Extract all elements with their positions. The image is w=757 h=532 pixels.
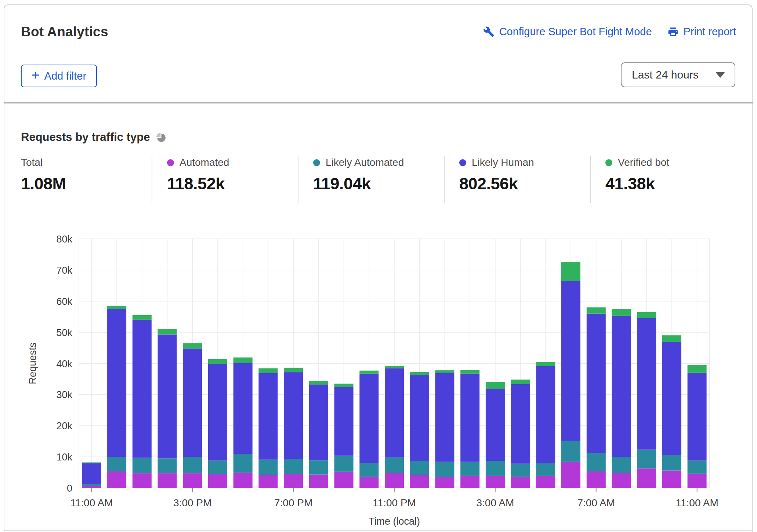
likely-automated-bar-segment[interactable] <box>612 457 631 473</box>
add-filter-button[interactable]: + Add filter <box>21 65 97 87</box>
automated-bar-segment[interactable] <box>511 477 530 488</box>
likely-automated-bar-segment[interactable] <box>435 462 454 477</box>
likely-automated-bar-segment[interactable] <box>208 460 227 474</box>
print-report-link[interactable]: Print report <box>667 26 736 38</box>
automated-bar-segment[interactable] <box>637 469 656 488</box>
likely-automated-bar-segment[interactable] <box>183 457 202 473</box>
verified-bot-bar-segment[interactable] <box>460 370 479 374</box>
verified-bot-bar-segment[interactable] <box>561 262 580 281</box>
likely-automated-bar-segment[interactable] <box>662 455 681 471</box>
likely-human-bar-segment[interactable] <box>107 309 126 457</box>
likely-human-bar-segment[interactable] <box>561 281 580 441</box>
likely-automated-bar-segment[interactable] <box>536 463 555 476</box>
automated-bar-segment[interactable] <box>82 486 101 488</box>
automated-bar-segment[interactable] <box>258 475 278 488</box>
automated-bar-segment[interactable] <box>183 473 202 488</box>
likely-human-bar-segment[interactable] <box>284 372 303 459</box>
likely-human-bar-segment[interactable] <box>183 349 202 457</box>
verified-bot-bar-segment[interactable] <box>637 312 656 318</box>
automated-bar-segment[interactable] <box>561 462 580 488</box>
likely-human-bar-segment[interactable] <box>637 318 656 450</box>
automated-bar-segment[interactable] <box>688 474 707 488</box>
likely-automated-bar-segment[interactable] <box>309 460 328 475</box>
automated-bar-segment[interactable] <box>208 474 227 488</box>
automated-bar-segment[interactable] <box>460 476 479 488</box>
verified-bot-bar-segment[interactable] <box>587 307 606 314</box>
likely-human-bar-segment[interactable] <box>511 384 530 464</box>
automated-bar-segment[interactable] <box>309 475 328 488</box>
likely-human-bar-segment[interactable] <box>460 374 479 462</box>
automated-bar-segment[interactable] <box>612 473 631 488</box>
automated-bar-segment[interactable] <box>536 476 555 488</box>
automated-bar-segment[interactable] <box>284 474 303 488</box>
likely-human-bar-segment[interactable] <box>359 374 378 463</box>
likely-human-bar-segment[interactable] <box>486 389 505 461</box>
likely-automated-bar-segment[interactable] <box>158 458 177 473</box>
verified-bot-bar-segment[interactable] <box>385 366 404 368</box>
likely-automated-bar-segment[interactable] <box>334 456 354 472</box>
verified-bot-bar-segment[interactable] <box>107 306 126 309</box>
verified-bot-bar-segment[interactable] <box>183 343 202 348</box>
automated-bar-segment[interactable] <box>107 471 126 488</box>
likely-human-bar-segment[interactable] <box>233 363 253 454</box>
likely-automated-bar-segment[interactable] <box>82 484 101 486</box>
likely-human-bar-segment[interactable] <box>688 373 707 460</box>
verified-bot-bar-segment[interactable] <box>435 370 454 373</box>
likely-automated-bar-segment[interactable] <box>133 458 152 473</box>
automated-bar-segment[interactable] <box>587 471 606 488</box>
likely-automated-bar-segment[interactable] <box>486 461 505 476</box>
likely-automated-bar-segment[interactable] <box>460 462 479 476</box>
likely-human-bar-segment[interactable] <box>587 314 606 453</box>
automated-bar-segment[interactable] <box>359 477 378 488</box>
likely-automated-bar-segment[interactable] <box>511 464 530 477</box>
verified-bot-bar-segment[interactable] <box>309 381 328 385</box>
verified-bot-bar-segment[interactable] <box>233 357 253 363</box>
automated-bar-segment[interactable] <box>158 473 177 488</box>
likely-automated-bar-segment[interactable] <box>637 450 656 469</box>
likely-human-bar-segment[interactable] <box>258 373 278 460</box>
likely-automated-bar-segment[interactable] <box>284 459 303 474</box>
likely-automated-bar-segment[interactable] <box>359 463 378 477</box>
likely-automated-bar-segment[interactable] <box>410 461 429 475</box>
verified-bot-bar-segment[interactable] <box>359 371 378 374</box>
verified-bot-bar-segment[interactable] <box>410 372 429 375</box>
likely-human-bar-segment[interactable] <box>612 316 631 457</box>
verified-bot-bar-segment[interactable] <box>284 368 303 372</box>
likely-automated-bar-segment[interactable] <box>258 460 278 475</box>
verified-bot-bar-segment[interactable] <box>536 362 555 366</box>
likely-human-bar-segment[interactable] <box>385 368 404 458</box>
time-range-select[interactable]: Last 24 hours <box>621 62 735 87</box>
likely-human-bar-segment[interactable] <box>133 320 152 458</box>
automated-bar-segment[interactable] <box>133 473 152 488</box>
verified-bot-bar-segment[interactable] <box>82 462 101 463</box>
likely-human-bar-segment[interactable] <box>309 385 328 460</box>
verified-bot-bar-segment[interactable] <box>208 359 227 364</box>
likely-human-bar-segment[interactable] <box>334 387 354 456</box>
likely-automated-bar-segment[interactable] <box>107 457 126 471</box>
likely-human-bar-segment[interactable] <box>536 366 555 463</box>
automated-bar-segment[interactable] <box>662 471 681 488</box>
verified-bot-bar-segment[interactable] <box>258 368 278 373</box>
verified-bot-bar-segment[interactable] <box>486 382 505 389</box>
likely-human-bar-segment[interactable] <box>208 364 227 460</box>
automated-bar-segment[interactable] <box>410 475 429 488</box>
verified-bot-bar-segment[interactable] <box>511 380 530 384</box>
likely-human-bar-segment[interactable] <box>82 463 101 484</box>
verified-bot-bar-segment[interactable] <box>662 335 681 342</box>
automated-bar-segment[interactable] <box>435 477 454 488</box>
likely-human-bar-segment[interactable] <box>158 335 177 459</box>
verified-bot-bar-segment[interactable] <box>612 309 631 316</box>
automated-bar-segment[interactable] <box>233 473 253 488</box>
automated-bar-segment[interactable] <box>486 476 505 488</box>
likely-human-bar-segment[interactable] <box>662 342 681 455</box>
likely-automated-bar-segment[interactable] <box>233 454 253 473</box>
likely-human-bar-segment[interactable] <box>410 375 429 461</box>
configure-super-bot-fight-mode-link[interactable]: Configure Super Bot Fight Mode <box>483 26 652 38</box>
automated-bar-segment[interactable] <box>334 472 354 488</box>
likely-automated-bar-segment[interactable] <box>561 441 580 462</box>
verified-bot-bar-segment[interactable] <box>688 365 707 373</box>
likely-automated-bar-segment[interactable] <box>688 460 707 474</box>
verified-bot-bar-segment[interactable] <box>133 315 152 320</box>
verified-bot-bar-segment[interactable] <box>158 329 177 334</box>
verified-bot-bar-segment[interactable] <box>334 384 354 387</box>
